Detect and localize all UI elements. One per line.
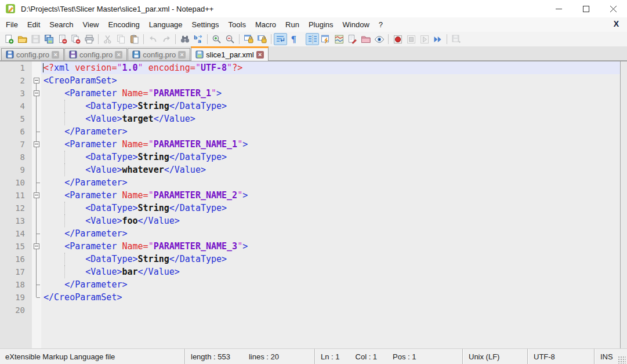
- toolbar-save-all-button[interactable]: [42, 33, 56, 45]
- find-icon: [180, 34, 190, 45]
- status-bar: eXtensible Markup Language file length :…: [0, 348, 627, 364]
- toolbar-open-button[interactable]: [16, 33, 29, 45]
- toolbar-copy-button[interactable]: [114, 33, 128, 45]
- code-line-18[interactable]: 18 </Parameter>: [0, 278, 620, 291]
- menu-item-macro[interactable]: Macro: [251, 18, 281, 31]
- menu-item-file[interactable]: File: [1, 18, 23, 31]
- code-line-20[interactable]: 20: [0, 304, 620, 316]
- toolbar-zoom-out-button[interactable]: [223, 33, 237, 45]
- maximize-button[interactable]: [572, 0, 600, 17]
- saved-file-icon: [132, 50, 140, 59]
- code-line-12[interactable]: 12 <DataType>String</DataType>: [0, 202, 620, 214]
- code-line-1[interactable]: 1<?xml version="1.0" encoding="UTF-8"?>: [0, 61, 620, 74]
- menu-item-tools[interactable]: Tools: [224, 18, 251, 31]
- tab-close-icon[interactable]: ×: [178, 51, 186, 59]
- menu-item-window[interactable]: Window: [338, 18, 374, 31]
- toolbar-paste-button[interactable]: [128, 33, 141, 45]
- code-line-2[interactable]: 2<CreoParamSet>: [0, 74, 620, 87]
- code-line-14[interactable]: 14 </Parameter>: [0, 227, 620, 240]
- line-number: 19: [0, 291, 32, 304]
- redo-icon: [161, 34, 172, 45]
- macro-play-icon: [419, 34, 430, 45]
- code-line-7[interactable]: 7 <Parameter Name="PARAMETER_NAME_1">: [0, 138, 620, 151]
- fold-toggle-icon[interactable]: [32, 74, 41, 87]
- code-line-15[interactable]: 15 <Parameter Name="PARAMETER_NAME_3">: [0, 240, 620, 253]
- indent-guide-line: [64, 112, 65, 125]
- toolbar-zoom-in-button[interactable]: [210, 33, 223, 45]
- fold-line: [32, 163, 41, 176]
- toolbar-document-list-button[interactable]: [346, 33, 359, 45]
- resize-grip[interactable]: [618, 356, 626, 364]
- tab-slice1-par-xml-4[interactable]: slice1_par.xml×: [191, 46, 268, 61]
- code-line-3[interactable]: 3 <Parameter Name="PARAMETER_1">: [0, 87, 620, 100]
- toolbar-macro-save-button[interactable]: [450, 33, 463, 45]
- menu-item-encoding[interactable]: Encoding: [104, 18, 144, 31]
- fold-toggle-icon[interactable]: [32, 189, 41, 202]
- fold-toggle-icon[interactable]: [32, 138, 41, 151]
- code-text: </Parameter>: [41, 278, 620, 291]
- toolbar-separator: [98, 34, 99, 44]
- tab-config-pro-3[interactable]: config.pro×: [128, 48, 190, 60]
- fold-toggle-icon[interactable]: [32, 240, 41, 253]
- toolbar-macro-run-multiple-button[interactable]: [431, 33, 444, 45]
- toolbar-word-wrap-button[interactable]: [274, 33, 287, 45]
- menu-item-search[interactable]: Search: [45, 18, 78, 31]
- toolbar-print-button[interactable]: [82, 33, 96, 45]
- menu-item-edit[interactable]: Edit: [23, 18, 45, 31]
- toolbar-monitoring-button[interactable]: [372, 33, 386, 45]
- toolbar-sync-horizontal-button[interactable]: [255, 33, 269, 45]
- menu-item-help[interactable]: ?: [374, 18, 387, 31]
- code-line-13[interactable]: 13 <Value>foo</Value>: [0, 214, 620, 227]
- code-line-5[interactable]: 5 <Value>target</Value>: [0, 112, 620, 125]
- menu-item-language[interactable]: Language: [144, 18, 187, 31]
- toolbar-close-button[interactable]: [56, 33, 69, 45]
- toolbar-show-all-chars-button[interactable]: ¶: [287, 33, 300, 45]
- minimize-button[interactable]: [545, 0, 572, 17]
- code-line-4[interactable]: 4 <DataType>String</DataType>: [0, 100, 620, 112]
- code-line-8[interactable]: 8 <DataType>String</DataType>: [0, 151, 620, 163]
- code-line-16[interactable]: 16 <DataType>String</DataType>: [0, 253, 620, 265]
- tab-config-pro-2[interactable]: config.pro×: [64, 48, 127, 60]
- tab-close-icon[interactable]: ×: [256, 51, 264, 59]
- toolbar-replace-button[interactable]: ba: [191, 33, 205, 45]
- toolbar-close-all-button[interactable]: [69, 33, 82, 45]
- menu-item-run[interactable]: Run: [281, 18, 304, 31]
- toolbar-function-list-button[interactable]: [319, 33, 332, 45]
- tab-close-icon[interactable]: ×: [115, 51, 122, 59]
- toolbar-macro-play-button[interactable]: [418, 33, 431, 45]
- toolbar-redo-button[interactable]: [160, 33, 173, 45]
- code-line-6[interactable]: 6 </Parameter>: [0, 125, 620, 138]
- doc-type-segment: eXtensible Markup Language file: [0, 349, 184, 364]
- fold-line: [32, 151, 41, 163]
- code-line-19[interactable]: 19</CreoParamSet>: [0, 291, 620, 304]
- tab-config-pro-1[interactable]: config.pro×: [1, 48, 64, 60]
- toolbar-folder-as-workspace-button[interactable]: [359, 33, 372, 45]
- toolbar-undo-button[interactable]: [146, 33, 160, 45]
- code-line-9[interactable]: 9 <Value>whatever</Value>: [0, 163, 620, 176]
- toolbar-indent-guide-button[interactable]: [306, 33, 319, 45]
- toolbar-document-map-button[interactable]: [332, 33, 346, 45]
- code-text: </Parameter>: [41, 227, 620, 240]
- menu-item-settings[interactable]: Settings: [187, 18, 224, 31]
- toolbar: ba¶: [0, 32, 627, 46]
- toolbar-save-button[interactable]: [29, 33, 42, 45]
- code-line-10[interactable]: 10 </Parameter>: [0, 176, 620, 189]
- toolbar-macro-record-button[interactable]: [391, 33, 404, 45]
- paste-icon: [129, 34, 140, 45]
- code-line-17[interactable]: 17 <Value>bar</Value>: [0, 265, 620, 278]
- code-view[interactable]: 1<?xml version="1.0" encoding="UTF-8"?>2…: [0, 61, 621, 348]
- menu-item-view[interactable]: View: [78, 18, 104, 31]
- code-text: <DataType>String</DataType>: [41, 253, 620, 265]
- tab-close-icon[interactable]: ×: [52, 51, 59, 59]
- menubar-close-button[interactable]: X: [614, 19, 619, 28]
- fold-toggle-icon[interactable]: [32, 87, 41, 100]
- toolbar-sync-vertical-button[interactable]: [242, 33, 255, 45]
- toolbar-new-file-button[interactable]: [2, 33, 16, 45]
- code-line-11[interactable]: 11 <Parameter Name="PARAMETER_NAME_2">: [0, 189, 620, 202]
- menu-item-plugins[interactable]: Plugins: [304, 18, 338, 31]
- toolbar-find-button[interactable]: [178, 33, 191, 45]
- line-number: 15: [0, 240, 32, 253]
- toolbar-cut-button[interactable]: [101, 33, 114, 45]
- close-button[interactable]: [600, 0, 627, 17]
- toolbar-macro-stop-button[interactable]: [404, 33, 418, 45]
